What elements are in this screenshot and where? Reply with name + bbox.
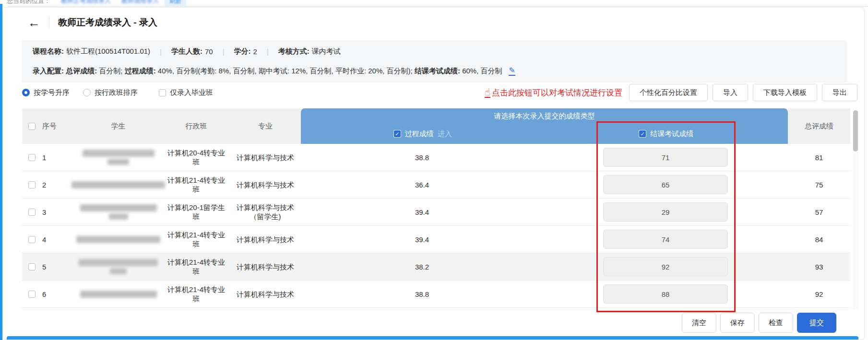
- total-score-cell: 93: [788, 263, 850, 271]
- scrollbar-thumb[interactable]: [853, 110, 858, 152]
- edit-config-icon[interactable]: ✎: [509, 67, 515, 76]
- table-row: 1计算机20-4转专业班计算机科学与技术38.87181: [22, 144, 850, 171]
- config-segment: 总评成绩:: [66, 67, 99, 75]
- final-exam-score-input[interactable]: 88: [603, 284, 728, 304]
- student-name-redacted: [110, 268, 127, 274]
- save-button[interactable]: 保存: [720, 313, 755, 333]
- select-all-checkbox[interactable]: [28, 123, 36, 130]
- table-header-left: 序号 学生 行政班 专业: [22, 108, 301, 144]
- row-checkbox[interactable]: [28, 181, 36, 188]
- student-name-redacted: [79, 259, 158, 266]
- row-checkbox-cell: [22, 181, 40, 188]
- table-action-buttons: 个性化百分比设置导入下载导入模板导出: [629, 84, 857, 101]
- table-scrollbar[interactable]: [853, 108, 858, 310]
- admin-class-cell: 计算机21-4转专业班: [163, 176, 230, 194]
- info-value: 课内考试: [312, 47, 341, 56]
- table-body: 1计算机20-4转专业班计算机科学与技术38.871812计算机21-4转专业班…: [22, 144, 850, 310]
- process-score-cell: 36.4: [301, 181, 543, 189]
- score-type-subheader: ✓ 过程成绩 进入 ✓ 结课考试成绩: [301, 124, 788, 144]
- total-score-cell: 81: [788, 153, 850, 162]
- column-header-student: 学生: [74, 122, 163, 131]
- final-exam-cell: 65: [543, 175, 788, 194]
- import-button[interactable]: 导入: [713, 84, 748, 101]
- student-cell: [74, 236, 163, 243]
- exam-settings-tip: ☝ 点击此按钮可以对考试情况进行设置: [485, 87, 622, 98]
- major-cell: 计算机科学与技术: [230, 290, 301, 299]
- column-header-admin-class: 行政班: [163, 122, 230, 131]
- clear-button[interactable]: 清空: [682, 313, 716, 333]
- breadcrumb-link[interactable]: 教师成绩录入: [121, 0, 159, 4]
- column-header-total: 总评成绩: [788, 108, 850, 144]
- row-checkbox[interactable]: [28, 291, 36, 298]
- seq-cell: 3: [40, 208, 74, 216]
- radio-label-sort-by-student-id[interactable]: 按学号升序: [34, 88, 70, 97]
- table-row: 3计算机20-1留学生班计算机科学与技术（留学生)39.42957: [22, 199, 850, 226]
- column-header-final-exam: ✓ 结课考试成绩: [545, 124, 788, 144]
- student-name-redacted: [109, 213, 128, 220]
- major-cell: 计算机科学与技术: [230, 262, 301, 271]
- final-exam-cell: 74: [543, 230, 788, 249]
- header-divider: [49, 17, 49, 28]
- personalized-percentage-button[interactable]: 个性化百分比设置: [629, 84, 708, 101]
- total-score-cell: 75: [788, 181, 850, 189]
- bottom-blue-bar: [7, 336, 858, 340]
- breadcrumb-inner: 您当前的位置： 教师正考成绩录入教师成绩录入 刷新: [7, 0, 868, 6]
- radio-label-sort-by-class[interactable]: 按行政班排序: [95, 88, 138, 97]
- export-button[interactable]: 导出: [822, 84, 857, 101]
- info-label: 课程名称:: [33, 47, 64, 56]
- row-checkbox[interactable]: [28, 209, 36, 216]
- seq-cell: 2: [40, 181, 74, 189]
- refresh-button[interactable]: 刷新: [165, 0, 186, 7]
- process-enter-link[interactable]: 进入: [438, 129, 452, 139]
- final-exam-score-input[interactable]: 29: [603, 202, 728, 222]
- column-header-seq: 序号: [40, 122, 74, 131]
- breadcrumb-location-label: 您当前的位置：: [7, 0, 50, 5]
- page-title: 教师正考成绩录入 - 录入: [58, 16, 157, 29]
- row-checkbox[interactable]: [28, 236, 36, 243]
- student-cell: [74, 181, 163, 188]
- student-cell: [74, 291, 163, 298]
- score-type-group-title: 请选择本次录入提交的成绩类型: [301, 108, 788, 124]
- row-checkbox-cell: [22, 263, 40, 270]
- back-button[interactable]: ←: [28, 16, 40, 29]
- entry-config-line: 录入配置: 总评成绩: 百分制; 过程成绩: 40%, 百分制(考勤: 8%, …: [33, 67, 836, 76]
- row-checkbox[interactable]: [28, 263, 36, 270]
- process-score-cell: 38.8: [301, 290, 543, 298]
- submit-button[interactable]: 提交: [797, 313, 836, 333]
- checkbox-label-only-graduating[interactable]: 仅录入毕业班: [170, 88, 213, 97]
- student-cell: [74, 259, 163, 274]
- main-panel: ← 教师正考成绩录入 - 录入 课程名称:软件工程(100514T001.01)…: [2, 7, 865, 340]
- info-value: 软件工程(100514T001.01): [66, 47, 150, 56]
- check-button[interactable]: 检查: [759, 313, 793, 333]
- breadcrumb-link[interactable]: 教师正考成绩录入: [61, 0, 111, 4]
- radio-sort-by-student-id[interactable]: [22, 89, 30, 96]
- final-exam-score-input[interactable]: 74: [603, 230, 728, 249]
- seq-cell: 4: [40, 235, 74, 244]
- course-info-box: 课程名称:软件工程(100514T001.01)|学生人数:70|学分:2|考核…: [22, 40, 847, 82]
- config-segment: 百分制;: [99, 67, 124, 75]
- checkbox-only-graduating[interactable]: [159, 89, 166, 96]
- admin-class-cell: 计算机21-4转专业班: [163, 258, 230, 276]
- table-header: 序号 学生 行政班 专业 请选择本次录入提交的成绩类型 ✓ 过程成绩 进入: [22, 108, 850, 144]
- row-checkbox[interactable]: [28, 154, 36, 161]
- total-score-cell: 92: [788, 290, 850, 298]
- config-segment: 结课考试成绩:: [415, 67, 462, 75]
- table-row: 2计算机21-4转专业班计算机科学与技术36.46575: [22, 171, 850, 199]
- info-label: 学生人数:: [171, 47, 202, 56]
- student-cell: [74, 204, 163, 220]
- radio-sort-by-class[interactable]: [83, 89, 91, 96]
- student-name-redacted: [83, 150, 155, 157]
- download-template-button[interactable]: 下载导入模板: [753, 84, 817, 101]
- student-name-redacted: [80, 291, 157, 298]
- major-cell: 计算机科学与技术: [230, 180, 301, 189]
- breadcrumb: 您当前的位置： 教师正考成绩录入教师成绩录入 刷新: [7, 0, 868, 7]
- total-score-cell: 84: [788, 235, 850, 244]
- controls-row: 按学号升序 按行政班排序 仅录入毕业班 ☝ 点击此按钮可以对考试情况进行设置 个…: [22, 83, 857, 102]
- final-exam-score-input[interactable]: 65: [603, 175, 728, 194]
- process-score-checkbox[interactable]: ✓: [393, 130, 401, 138]
- final-exam-score-input[interactable]: 71: [603, 148, 728, 167]
- table-row: 4计算机21-4转专业班计算机科学与技术39.47484: [22, 226, 850, 253]
- final-exam-score-input[interactable]: 92: [603, 257, 728, 276]
- seq-cell: 5: [40, 263, 74, 271]
- final-exam-checkbox[interactable]: ✓: [639, 130, 646, 138]
